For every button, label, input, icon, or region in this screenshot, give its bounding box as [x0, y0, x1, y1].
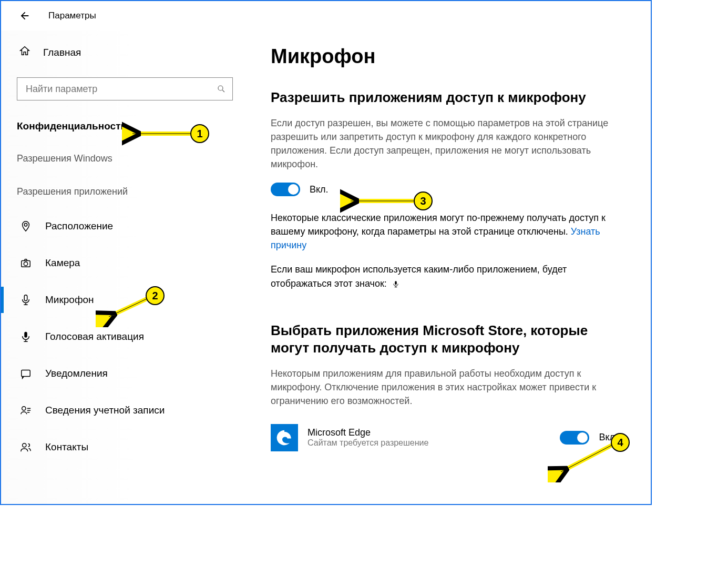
back-button[interactable]	[17, 8, 33, 24]
sidebar-item-voice-activation[interactable]: Голосовая активация	[1, 318, 245, 355]
sidebar-group-apps: Разрешения приложений	[1, 180, 245, 204]
sidebar-item-contacts[interactable]: Контакты	[1, 429, 245, 466]
search-icon	[217, 84, 226, 94]
sidebar-item-label: Микрофон	[45, 294, 94, 306]
contacts-icon	[19, 441, 33, 453]
sidebar: Главная Конфиденциальность Разрешения Wi…	[1, 31, 245, 504]
microphone-icon	[392, 279, 399, 289]
search-input[interactable]	[26, 84, 217, 95]
microphone-icon	[19, 294, 33, 306]
sidebar-category: Конфиденциальность	[1, 115, 245, 137]
classic-apps-info: Некоторые классические приложения могут …	[271, 211, 618, 252]
location-icon	[19, 220, 33, 232]
content-area: Микрофон Разрешить приложениям доступ к …	[245, 31, 651, 504]
app-row-edge: Microsoft Edge Сайтам требуется разрешен…	[271, 420, 618, 456]
voice-activation-icon	[19, 331, 33, 342]
sidebar-item-label: Камера	[45, 257, 80, 269]
camera-icon	[19, 257, 33, 269]
svg-rect-10	[395, 281, 397, 285]
sidebar-item-label: Контакты	[45, 441, 88, 453]
window-body: Главная Конфиденциальность Разрешения Wi…	[1, 31, 651, 504]
allow-toggle-label: Вкл.	[310, 184, 329, 195]
classic-apps-text: Некоторые классические приложения могут …	[271, 213, 606, 237]
sidebar-item-label: Сведения учетной записи	[45, 405, 165, 416]
app-toggle-label: Вкл.	[599, 432, 618, 443]
section-allow-heading: Разрешить приложениям доступ к микрофону	[271, 89, 630, 107]
sidebar-item-microphone[interactable]: Микрофон	[1, 281, 245, 318]
mic-indicator-info: Если ваш микрофон используется каким-либ…	[271, 263, 618, 290]
window-header: Параметры	[1, 1, 651, 31]
sidebar-home-label: Главная	[43, 47, 81, 58]
sidebar-item-location[interactable]: Расположение	[1, 208, 245, 245]
search-box[interactable]	[17, 77, 233, 100]
allow-toggle-row: Вкл.	[271, 183, 630, 196]
account-info-icon	[19, 405, 33, 416]
home-icon	[19, 45, 32, 59]
svg-rect-6	[24, 332, 27, 338]
arrow-left-icon	[19, 10, 30, 22]
svg-rect-5	[24, 295, 27, 301]
svg-point-9	[23, 443, 26, 447]
app-toggle-edge[interactable]	[560, 431, 589, 445]
sidebar-item-label: Расположение	[45, 220, 113, 232]
app-name: Microsoft Edge	[307, 427, 560, 438]
section-store-desc: Некоторым приложениям для правильной раб…	[271, 367, 618, 408]
svg-point-4	[24, 262, 27, 266]
allow-toggle[interactable]	[271, 183, 300, 196]
section-allow-desc: Если доступ разрешен, вы можете с помощь…	[271, 116, 618, 171]
sidebar-home[interactable]: Главная	[1, 41, 245, 64]
app-info: Microsoft Edge Сайтам требуется разрешен…	[307, 427, 560, 448]
sidebar-item-label: Голосовая активация	[45, 331, 144, 342]
app-sub: Сайтам требуется разрешение	[307, 438, 560, 448]
sidebar-group-windows: Разрешения Windows	[1, 147, 245, 170]
settings-window: Параметры Главная Конфиденциальность Раз…	[0, 0, 652, 505]
sidebar-item-label: Уведомления	[45, 368, 108, 379]
sidebar-item-notifications[interactable]: Уведомления	[1, 355, 245, 392]
mic-indicator-text: Если ваш микрофон используется каким-либ…	[271, 264, 567, 288]
edge-app-icon	[271, 424, 298, 451]
svg-point-8	[22, 407, 26, 410]
page-title: Микрофон	[271, 45, 630, 68]
window-title: Параметры	[48, 11, 96, 21]
svg-line-1	[222, 90, 224, 92]
svg-rect-7	[22, 370, 30, 377]
svg-point-2	[24, 224, 27, 227]
section-store-heading: Выбрать приложения Microsoft Store, кото…	[271, 322, 630, 358]
notifications-icon	[19, 368, 33, 379]
sidebar-item-camera[interactable]: Камера	[1, 245, 245, 281]
svg-point-0	[218, 86, 223, 90]
sidebar-item-account-info[interactable]: Сведения учетной записи	[1, 392, 245, 429]
